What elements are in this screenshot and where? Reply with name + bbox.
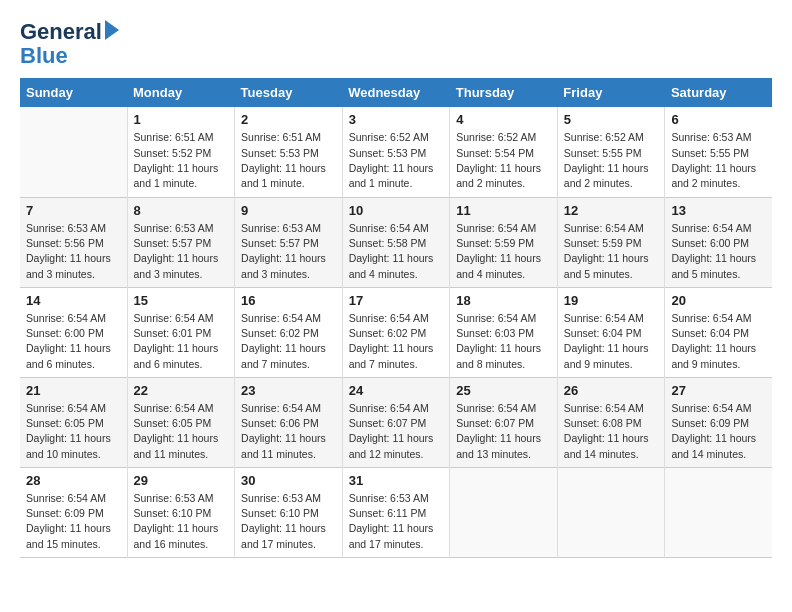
day-info: Sunrise: 6:53 AMSunset: 5:55 PMDaylight:… — [671, 130, 766, 191]
day-info: Sunrise: 6:52 AMSunset: 5:54 PMDaylight:… — [456, 130, 551, 191]
calendar-cell: 12Sunrise: 6:54 AMSunset: 5:59 PMDayligh… — [557, 197, 665, 287]
day-number: 29 — [134, 473, 229, 488]
page-header: General Blue — [20, 20, 772, 68]
calendar-cell: 15Sunrise: 6:54 AMSunset: 6:01 PMDayligh… — [127, 287, 235, 377]
day-number: 30 — [241, 473, 336, 488]
day-info: Sunrise: 6:54 AMSunset: 6:04 PMDaylight:… — [564, 311, 659, 372]
logo-text-blue: Blue — [20, 44, 119, 68]
logo-text: General — [20, 20, 102, 44]
day-number: 8 — [134, 203, 229, 218]
day-info: Sunrise: 6:54 AMSunset: 6:05 PMDaylight:… — [26, 401, 121, 462]
day-info: Sunrise: 6:54 AMSunset: 6:06 PMDaylight:… — [241, 401, 336, 462]
day-number: 23 — [241, 383, 336, 398]
calendar-cell: 7Sunrise: 6:53 AMSunset: 5:56 PMDaylight… — [20, 197, 127, 287]
day-info: Sunrise: 6:51 AMSunset: 5:53 PMDaylight:… — [241, 130, 336, 191]
day-info: Sunrise: 6:53 AMSunset: 5:57 PMDaylight:… — [241, 221, 336, 282]
day-number: 22 — [134, 383, 229, 398]
calendar-cell: 28Sunrise: 6:54 AMSunset: 6:09 PMDayligh… — [20, 467, 127, 557]
calendar-cell: 8Sunrise: 6:53 AMSunset: 5:57 PMDaylight… — [127, 197, 235, 287]
calendar-cell — [450, 467, 558, 557]
calendar-week-3: 14Sunrise: 6:54 AMSunset: 6:00 PMDayligh… — [20, 287, 772, 377]
day-info: Sunrise: 6:54 AMSunset: 6:02 PMDaylight:… — [349, 311, 444, 372]
calendar-cell — [557, 467, 665, 557]
day-number: 10 — [349, 203, 444, 218]
calendar-cell: 21Sunrise: 6:54 AMSunset: 6:05 PMDayligh… — [20, 377, 127, 467]
calendar-cell: 22Sunrise: 6:54 AMSunset: 6:05 PMDayligh… — [127, 377, 235, 467]
calendar-cell: 17Sunrise: 6:54 AMSunset: 6:02 PMDayligh… — [342, 287, 450, 377]
day-number: 1 — [134, 112, 229, 127]
day-info: Sunrise: 6:53 AMSunset: 6:11 PMDaylight:… — [349, 491, 444, 552]
calendar-week-2: 7Sunrise: 6:53 AMSunset: 5:56 PMDaylight… — [20, 197, 772, 287]
day-info: Sunrise: 6:51 AMSunset: 5:52 PMDaylight:… — [134, 130, 229, 191]
calendar-cell: 2Sunrise: 6:51 AMSunset: 5:53 PMDaylight… — [235, 107, 343, 197]
calendar-cell: 31Sunrise: 6:53 AMSunset: 6:11 PMDayligh… — [342, 467, 450, 557]
calendar-cell: 25Sunrise: 6:54 AMSunset: 6:07 PMDayligh… — [450, 377, 558, 467]
day-number: 13 — [671, 203, 766, 218]
day-number: 21 — [26, 383, 121, 398]
calendar-cell: 18Sunrise: 6:54 AMSunset: 6:03 PMDayligh… — [450, 287, 558, 377]
calendar-cell: 10Sunrise: 6:54 AMSunset: 5:58 PMDayligh… — [342, 197, 450, 287]
day-info: Sunrise: 6:54 AMSunset: 6:05 PMDaylight:… — [134, 401, 229, 462]
calendar-header-row: SundayMondayTuesdayWednesdayThursdayFrid… — [20, 78, 772, 107]
day-number: 4 — [456, 112, 551, 127]
day-number: 19 — [564, 293, 659, 308]
calendar-week-5: 28Sunrise: 6:54 AMSunset: 6:09 PMDayligh… — [20, 467, 772, 557]
day-number: 20 — [671, 293, 766, 308]
header-friday: Friday — [557, 78, 665, 107]
calendar-table: SundayMondayTuesdayWednesdayThursdayFrid… — [20, 78, 772, 558]
calendar-cell: 20Sunrise: 6:54 AMSunset: 6:04 PMDayligh… — [665, 287, 772, 377]
day-info: Sunrise: 6:54 AMSunset: 6:01 PMDaylight:… — [134, 311, 229, 372]
day-info: Sunrise: 6:54 AMSunset: 6:02 PMDaylight:… — [241, 311, 336, 372]
calendar-cell: 4Sunrise: 6:52 AMSunset: 5:54 PMDaylight… — [450, 107, 558, 197]
day-number: 31 — [349, 473, 444, 488]
day-number: 5 — [564, 112, 659, 127]
day-number: 14 — [26, 293, 121, 308]
header-thursday: Thursday — [450, 78, 558, 107]
day-number: 25 — [456, 383, 551, 398]
day-number: 2 — [241, 112, 336, 127]
calendar-cell — [665, 467, 772, 557]
day-info: Sunrise: 6:52 AMSunset: 5:53 PMDaylight:… — [349, 130, 444, 191]
day-number: 3 — [349, 112, 444, 127]
calendar-cell: 16Sunrise: 6:54 AMSunset: 6:02 PMDayligh… — [235, 287, 343, 377]
day-number: 15 — [134, 293, 229, 308]
calendar-week-4: 21Sunrise: 6:54 AMSunset: 6:05 PMDayligh… — [20, 377, 772, 467]
calendar-cell: 24Sunrise: 6:54 AMSunset: 6:07 PMDayligh… — [342, 377, 450, 467]
day-info: Sunrise: 6:53 AMSunset: 5:56 PMDaylight:… — [26, 221, 121, 282]
day-info: Sunrise: 6:53 AMSunset: 6:10 PMDaylight:… — [241, 491, 336, 552]
day-info: Sunrise: 6:54 AMSunset: 6:00 PMDaylight:… — [26, 311, 121, 372]
day-number: 11 — [456, 203, 551, 218]
day-info: Sunrise: 6:54 AMSunset: 6:07 PMDaylight:… — [456, 401, 551, 462]
day-number: 24 — [349, 383, 444, 398]
day-info: Sunrise: 6:54 AMSunset: 6:04 PMDaylight:… — [671, 311, 766, 372]
day-info: Sunrise: 6:53 AMSunset: 5:57 PMDaylight:… — [134, 221, 229, 282]
day-info: Sunrise: 6:54 AMSunset: 6:09 PMDaylight:… — [26, 491, 121, 552]
day-info: Sunrise: 6:54 AMSunset: 5:58 PMDaylight:… — [349, 221, 444, 282]
day-info: Sunrise: 6:54 AMSunset: 6:03 PMDaylight:… — [456, 311, 551, 372]
day-info: Sunrise: 6:54 AMSunset: 6:07 PMDaylight:… — [349, 401, 444, 462]
calendar-cell: 6Sunrise: 6:53 AMSunset: 5:55 PMDaylight… — [665, 107, 772, 197]
calendar-cell: 3Sunrise: 6:52 AMSunset: 5:53 PMDaylight… — [342, 107, 450, 197]
header-wednesday: Wednesday — [342, 78, 450, 107]
calendar-cell: 19Sunrise: 6:54 AMSunset: 6:04 PMDayligh… — [557, 287, 665, 377]
calendar-cell: 14Sunrise: 6:54 AMSunset: 6:00 PMDayligh… — [20, 287, 127, 377]
header-tuesday: Tuesday — [235, 78, 343, 107]
day-info: Sunrise: 6:52 AMSunset: 5:55 PMDaylight:… — [564, 130, 659, 191]
day-number: 17 — [349, 293, 444, 308]
day-info: Sunrise: 6:54 AMSunset: 5:59 PMDaylight:… — [564, 221, 659, 282]
calendar-week-1: 1Sunrise: 6:51 AMSunset: 5:52 PMDaylight… — [20, 107, 772, 197]
header-monday: Monday — [127, 78, 235, 107]
calendar-cell: 30Sunrise: 6:53 AMSunset: 6:10 PMDayligh… — [235, 467, 343, 557]
calendar-cell: 5Sunrise: 6:52 AMSunset: 5:55 PMDaylight… — [557, 107, 665, 197]
day-number: 27 — [671, 383, 766, 398]
day-info: Sunrise: 6:54 AMSunset: 5:59 PMDaylight:… — [456, 221, 551, 282]
day-info: Sunrise: 6:54 AMSunset: 6:00 PMDaylight:… — [671, 221, 766, 282]
calendar-cell: 13Sunrise: 6:54 AMSunset: 6:00 PMDayligh… — [665, 197, 772, 287]
calendar-cell — [20, 107, 127, 197]
day-number: 26 — [564, 383, 659, 398]
day-info: Sunrise: 6:54 AMSunset: 6:09 PMDaylight:… — [671, 401, 766, 462]
header-saturday: Saturday — [665, 78, 772, 107]
day-info: Sunrise: 6:54 AMSunset: 6:08 PMDaylight:… — [564, 401, 659, 462]
calendar-cell: 11Sunrise: 6:54 AMSunset: 5:59 PMDayligh… — [450, 197, 558, 287]
day-number: 16 — [241, 293, 336, 308]
